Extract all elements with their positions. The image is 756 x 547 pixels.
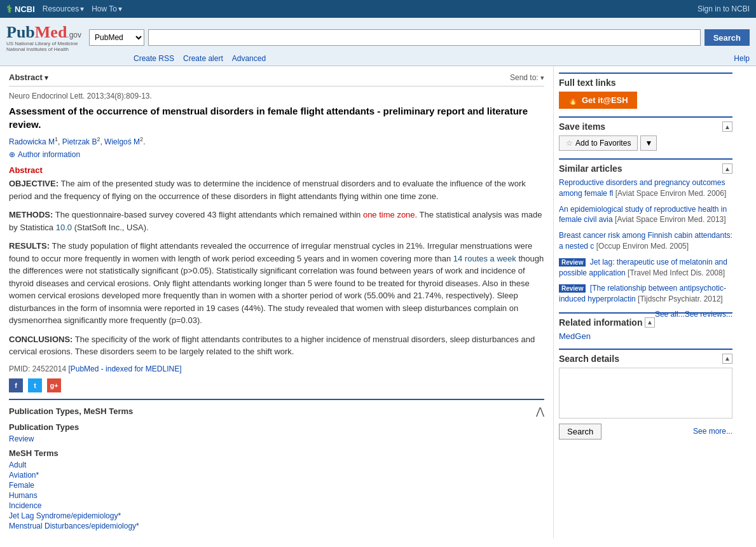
facebook-icon[interactable]: f xyxy=(9,378,23,392)
similar-article-1: Reproductive disorders and pregnancy out… xyxy=(559,177,732,199)
similar-article-3: Breast cancer risk among Finnish cabin a… xyxy=(559,230,732,252)
twitter-icon[interactable]: t xyxy=(28,378,42,392)
author-pietrzak[interactable]: Pietrzak B xyxy=(62,137,97,146)
journal-citation: Neuro Endocrinol Lett. 2013;34(8):809-13… xyxy=(9,92,544,100)
mesh-term-jetlag[interactable]: Jet Lag Syndrome/epidemiology* xyxy=(9,511,544,520)
save-items-section: Save items ▲ ☆ Add to Favorites ▼ xyxy=(559,116,732,151)
howto-dropdown-icon: ▾ xyxy=(118,4,122,13)
social-icons-row: f t g+ xyxy=(9,378,544,392)
search-details-scroll-up[interactable]: ▲ xyxy=(722,354,732,364)
pubmed-logo: PubMed.gov US National Library of Medici… xyxy=(6,23,81,52)
mesh-term-aviation[interactable]: Aviation* xyxy=(9,471,544,480)
ncbi-logo: ⚕ NCBI xyxy=(6,3,35,15)
mesh-term-humans[interactable]: Humans xyxy=(9,491,544,500)
authors-line: Radowicka M1, Pietrzak B2, Wielgoś M2. xyxy=(9,136,544,146)
advanced-search-link[interactable]: Advanced xyxy=(232,54,266,63)
create-alert-link[interactable]: Create alert xyxy=(183,54,223,63)
main-layout: Abstract ▾ Send to: ▾ Neuro Endocrinol L… xyxy=(0,66,756,538)
favorites-dropdown-button[interactable]: ▼ xyxy=(640,135,657,151)
search-details-title: Search details ▲ xyxy=(559,354,732,364)
methods-label: METHODS: xyxy=(9,210,53,219)
mesh-term-menstrual[interactable]: Menstrual Disturbances/epidemiology* xyxy=(9,522,544,530)
plus-icon: ⊕ xyxy=(9,150,15,159)
fulltext-section-title: Full text links xyxy=(559,78,732,88)
pub-type-review[interactable]: Review xyxy=(9,434,544,443)
send-to-chevron-icon: ▾ xyxy=(540,74,544,81)
abstract-header: Abstract ▾ Send to: ▾ xyxy=(9,73,544,87)
howto-menu[interactable]: How To ▾ xyxy=(92,4,122,13)
pub-types-title: Publication Types xyxy=(9,422,544,432)
abstract-objective: OBJECTIVE: The aim of the presented stud… xyxy=(9,177,544,202)
related-info-title: Related information ▲ xyxy=(559,317,655,328)
abstract-chevron-icon: ▾ xyxy=(45,74,48,81)
abstract-results: RESULTS: The study population of flight … xyxy=(9,240,544,327)
methods-text: The questionnaire-based survey covered 4… xyxy=(9,210,542,232)
see-all-link[interactable]: See all... xyxy=(655,310,685,319)
abstract-section-title: Abstract xyxy=(9,165,544,175)
article-title: Assessment of the occurrence of menstrua… xyxy=(9,104,544,131)
get-it-button[interactable]: 🔥 Get it@ESH xyxy=(559,92,637,109)
review-badge-4: Review xyxy=(559,258,586,267)
sign-in-link[interactable]: Sign in to NCBI xyxy=(698,4,750,13)
abstract-toggle[interactable]: Abstract ▾ xyxy=(9,73,48,82)
help-link[interactable]: Help xyxy=(734,54,750,63)
search-input[interactable] xyxy=(148,29,701,46)
conclusions-label: CONCLUSIONS: xyxy=(9,335,72,344)
pub-types-header-label: Publication Types, MeSH Terms xyxy=(9,406,133,416)
similar-articles-section: Similar articles ▲ Reproductive disorder… xyxy=(559,158,732,305)
results-label: RESULTS: xyxy=(9,241,50,251)
related-info-scroll-up[interactable]: ▲ xyxy=(645,317,655,328)
search-details-section: Search details ▲ Search See more... xyxy=(559,349,732,440)
pub-types-collapse-icon[interactable]: ⋀ xyxy=(536,405,544,417)
review-badge-5: Review xyxy=(559,284,586,293)
author-radowicka[interactable]: Radowicka M xyxy=(9,137,55,146)
similar-articles-title: Similar articles ▲ xyxy=(559,163,732,174)
ncbi-leaf-icon: ⚕ xyxy=(6,3,12,15)
flame-icon: 🔥 xyxy=(568,95,578,105)
sidebar-search-button[interactable]: Search xyxy=(559,424,601,440)
ncbi-label: NCBI xyxy=(15,4,35,14)
content-area: Abstract ▾ Send to: ▾ Neuro Endocrinol L… xyxy=(0,66,553,538)
objective-text: The aim of the presented study was to de… xyxy=(9,179,526,201)
top-bar-left: ⚕ NCBI Resources ▾ How To ▾ xyxy=(6,3,122,15)
search-details-box xyxy=(559,368,732,419)
objective-label: OBJECTIVE: xyxy=(9,179,58,188)
send-to-button[interactable]: Send to: ▾ xyxy=(510,73,544,82)
pubmed-wordmark: Pub xyxy=(6,23,35,42)
pubmed-org1: US National Library of Medicine xyxy=(6,41,81,46)
abstract-conclusions: CONCLUSIONS: The specificity of the work… xyxy=(9,333,544,358)
search-top-row: PubMed.gov US National Library of Medici… xyxy=(6,23,750,52)
star-icon: ☆ xyxy=(566,139,573,148)
similar-article-2: An epidemiological study of reproductive… xyxy=(559,204,732,226)
pub-types-section: Publication Types, MeSH Terms ⋀ Publicat… xyxy=(9,399,544,530)
similar-articles-scroll-up[interactable]: ▲ xyxy=(722,163,732,174)
search-button[interactable]: Search xyxy=(704,29,750,46)
database-select[interactable]: PubMed Protein Nucleotide Structure Geno… xyxy=(89,29,144,46)
resources-menu[interactable]: Resources ▾ xyxy=(43,4,84,13)
similar-article-4: Review Jet lag: therapeutic use of melat… xyxy=(559,257,732,279)
mesh-term-incidence[interactable]: Incidence xyxy=(9,501,544,510)
medgen-link[interactable]: MedGen xyxy=(559,331,591,341)
create-rss-link[interactable]: Create RSS xyxy=(134,54,174,63)
pmid-line: PMID: 24522014 [PubMed - indexed for MED… xyxy=(9,364,544,373)
save-items-scroll-up[interactable]: ▲ xyxy=(722,121,732,132)
author-info-toggle[interactable]: ⊕ Author information xyxy=(9,150,544,159)
search-bar-area: PubMed.gov US National Library of Medici… xyxy=(0,18,756,66)
similar-article-5: Review [The relationship between antipsy… xyxy=(559,283,732,305)
mesh-term-adult[interactable]: Adult xyxy=(9,460,544,469)
mesh-title: MeSH Terms xyxy=(9,448,544,458)
see-reviews-link[interactable]: See reviews... xyxy=(685,310,732,319)
pmid-number: PMID: 24522014 xyxy=(9,364,66,373)
abstract-methods: METHODS: The questionnaire-based survey … xyxy=(9,209,544,233)
googleplus-icon[interactable]: g+ xyxy=(47,378,61,392)
mesh-term-female[interactable]: Female xyxy=(9,481,544,490)
pubmed-indexed-link[interactable]: [PubMed - indexed for MEDLINE] xyxy=(68,364,181,373)
see-more-link[interactable]: See more... xyxy=(693,427,732,436)
right-sidebar: Full text links 🔥 Get it@ESH Save items … xyxy=(553,66,738,538)
add-to-favorites-button[interactable]: ☆ Add to Favorites xyxy=(559,135,638,151)
pubmed-org2: National Institutes of Health xyxy=(6,46,81,52)
save-items-title: Save items ▲ xyxy=(559,121,732,132)
author-wielgos[interactable]: Wielgoś M xyxy=(104,137,140,146)
save-items-row: ☆ Add to Favorites ▼ xyxy=(559,135,732,151)
search-links-row: Create RSS Create alert Advanced Help xyxy=(134,54,750,63)
